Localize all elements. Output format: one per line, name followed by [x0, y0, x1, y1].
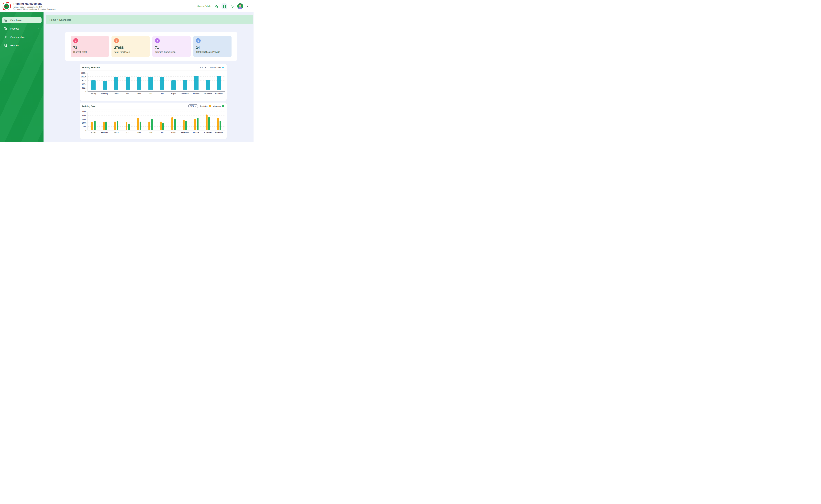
user-switch-icon: [214, 4, 219, 8]
chevron-right-icon: [37, 36, 39, 38]
sidebar-item-label: Configuration: [10, 36, 37, 38]
sliders-icon: [4, 35, 8, 39]
x-axis: JanuaryFebruaryMarchAprilMayJuneJulyAugu…: [87, 93, 225, 95]
bank-icon: [73, 38, 78, 43]
dashboard-grid-icon: [4, 18, 8, 22]
app-root: BTRC Training Management Human Resource …: [0, 0, 254, 142]
x-axis-label-january: January: [87, 131, 99, 133]
sidebar-item-label: Reports: [10, 44, 39, 47]
chevron-down-icon: [195, 105, 196, 107]
bar-march-monthly-salary: [114, 77, 118, 89]
y-axis-tick: 500m: [82, 87, 86, 89]
y-axis-tick: 2000m: [81, 76, 86, 78]
chart-header: Training Cost2024DeductionAllawance: [80, 103, 227, 109]
sidebar-item-reports[interactable]: Reports: [2, 42, 42, 48]
app-subtitle-2: Bangladesh Telecommunication Regulatory …: [13, 8, 56, 11]
y-axis-tick: 1500k: [82, 118, 86, 120]
stat-value: 73: [73, 46, 106, 50]
chart-controls: 2024Monthly Salary: [198, 66, 224, 69]
stat-label: Total Certificate Provide: [196, 51, 229, 53]
stat-value: 27688: [114, 46, 147, 50]
bar-group-june: [145, 73, 156, 91]
svg-text:BTRC: BTRC: [4, 5, 9, 7]
bar-july-allawance: [162, 123, 164, 130]
bar-july-monthly-salary: [160, 77, 164, 89]
bar-march-deduction: [114, 122, 116, 130]
apps-grid-button[interactable]: [222, 3, 227, 9]
chevron-down-icon[interactable]: [246, 5, 249, 7]
bar-august-monthly-salary: [171, 80, 176, 90]
legend-swatch: [222, 105, 224, 107]
chart-card-training-cost: Training Cost2024DeductionAllawance3000k…: [80, 103, 227, 139]
year-select[interactable]: 2024: [198, 66, 207, 69]
breadcrumb: Home/Dashboard: [46, 15, 253, 24]
sidebar-menu: DashboardProcessConfigurationReports: [0, 17, 43, 48]
bar-group-october: [190, 112, 202, 130]
chart-title: Training Schedule: [82, 66, 100, 69]
y-axis: 3000m2000m1500m1000m500m0: [80, 73, 87, 92]
sidebar-item-configuration[interactable]: Configuration: [2, 34, 42, 40]
app-title: Training Management: [13, 2, 56, 6]
plot-area: [87, 112, 225, 130]
x-axis-label-may: May: [133, 93, 145, 95]
bar-october-monthly-salary: [194, 76, 198, 90]
user-switch-button[interactable]: [214, 4, 219, 8]
avatar[interactable]: [237, 3, 243, 9]
year-select[interactable]: 2024: [188, 105, 198, 108]
x-axis-label-december: December: [214, 93, 225, 95]
x-axis-label-may: May: [133, 131, 145, 133]
bar-group-november: [202, 73, 214, 91]
x-axis-label-march: March: [110, 131, 122, 133]
bar-group-december: [214, 112, 225, 130]
bar-group-february: [99, 73, 111, 91]
sidebar-item-dashboard[interactable]: Dashboard: [2, 17, 42, 23]
bar-april-deduction: [126, 122, 127, 130]
bar-group-january: [88, 112, 99, 130]
bar-group-august: [168, 73, 179, 91]
legend-label: Allawance: [213, 105, 221, 107]
building-icon: [114, 38, 119, 43]
x-axis-label-december: December: [214, 131, 225, 133]
brand-text: Training Management Human Resource Manag…: [13, 2, 56, 10]
bar-december-monthly-salary: [217, 76, 221, 90]
sidebar-item-process[interactable]: Process: [2, 25, 42, 32]
bar-may-deduction: [137, 118, 139, 130]
bar-february-deduction: [103, 122, 105, 130]
sidebar-item-label: Dashboard: [10, 19, 39, 22]
sidebar: DashboardProcessConfigurationReports: [0, 12, 43, 142]
btrc-logo: BTRC: [2, 1, 11, 11]
chart-card-training-schedule: Training Schedule2024Monthly Salary3000m…: [80, 64, 227, 101]
x-axis-label-june: June: [145, 93, 156, 95]
y-axis-tick: 1000k: [82, 122, 86, 124]
bar-group-september: [179, 73, 190, 91]
app-subtitle-1: Human Resource Management (HRM): [13, 6, 56, 8]
bar-september-monthly-salary: [183, 80, 187, 90]
x-axis-label-august: August: [168, 131, 179, 133]
breadcrumb-item-home[interactable]: Home: [49, 18, 56, 21]
bar-november-allawance: [208, 117, 210, 130]
x-axis-label-february: February: [99, 93, 110, 95]
bar-group-july: [156, 112, 168, 130]
stat-card-training-completion: 71Training Completion: [152, 36, 190, 57]
stat-value: 71: [155, 46, 188, 50]
bar-october-deduction: [194, 119, 196, 130]
chart-title: Training Cost: [82, 105, 95, 107]
y-axis: 3000k2000k1500k1000k500k0: [80, 112, 87, 130]
bar-december-deduction: [217, 118, 219, 130]
sidebar-item-label: Process: [10, 27, 37, 30]
legend-swatch: [222, 67, 224, 68]
year-select-value: 2024: [190, 105, 193, 107]
chart-body: 3000m2000m1500m1000m500m0JanuaryFebruary…: [80, 71, 227, 95]
y-axis-tick: 3000k: [82, 111, 86, 113]
process-icon: [4, 27, 8, 30]
bar-november-monthly-salary: [206, 80, 210, 90]
bar-group-march: [110, 73, 122, 91]
system-admin-link[interactable]: System Admin: [197, 5, 211, 7]
bar-group-june: [145, 112, 156, 130]
bar-group-may: [133, 112, 145, 130]
legend-label: Deduction: [200, 105, 208, 107]
notifications-button[interactable]: [230, 4, 234, 8]
legend-swatch: [209, 105, 211, 107]
apps-grid-icon: [223, 5, 224, 6]
bar-group-october: [190, 73, 202, 91]
